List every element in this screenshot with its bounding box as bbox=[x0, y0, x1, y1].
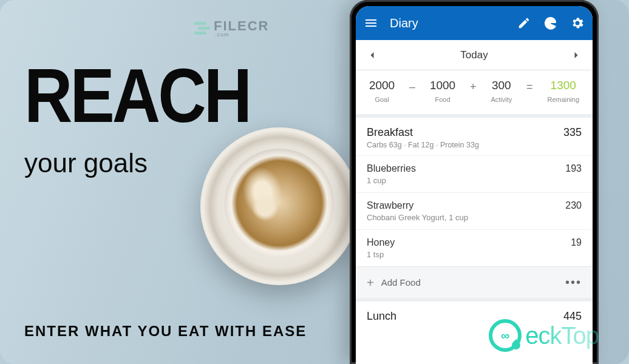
next-day-icon[interactable] bbox=[570, 49, 583, 62]
food-item[interactable]: Strawberry Chobani Greek Yogurt, 1 cup 2… bbox=[356, 192, 593, 229]
plus-icon: + bbox=[367, 277, 374, 289]
stat-activity-value: 300 bbox=[492, 79, 511, 92]
food-calories: 193 bbox=[565, 163, 582, 174]
food-serving: 1 cup bbox=[367, 176, 416, 185]
stat-remaining-label: Remaining bbox=[547, 96, 579, 103]
food-name: Blueberries bbox=[367, 163, 416, 174]
meal-calories: 335 bbox=[563, 126, 582, 139]
stat-food-label: Food bbox=[435, 96, 450, 103]
app-bar: Diary bbox=[356, 6, 593, 40]
promo-tagline: ENTER WHAT YOU EAT WITH EASE bbox=[24, 323, 307, 340]
add-food-row: + Add Food ••• bbox=[356, 266, 593, 302]
stat-goal-label: Goal bbox=[375, 96, 389, 103]
filecr-logo-icon bbox=[194, 22, 210, 35]
food-item[interactable]: Honey 1 tsp 19 bbox=[356, 229, 593, 266]
food-calories: 230 bbox=[565, 200, 582, 211]
food-item[interactable]: Blueberries 1 cup 193 bbox=[356, 155, 593, 192]
settings-icon[interactable] bbox=[570, 15, 585, 31]
stat-remaining: 1300 Remaining bbox=[547, 79, 579, 103]
watermark: ∞ eckTop bbox=[489, 319, 599, 352]
promo-headline: REACH bbox=[24, 62, 250, 128]
phone-screen: Diary Today 2000 Goal bbox=[356, 6, 593, 364]
stat-goal: 2000 Goal bbox=[369, 79, 395, 103]
stat-goal-value: 2000 bbox=[369, 79, 395, 92]
meal-name: Breakfast bbox=[367, 126, 479, 139]
appbar-title: Diary bbox=[390, 16, 505, 30]
food-name: Strawberry bbox=[367, 200, 468, 211]
food-serving: Chobani Greek Yogurt, 1 cup bbox=[367, 213, 468, 222]
stat-remaining-value: 1300 bbox=[551, 79, 576, 92]
prev-day-icon[interactable] bbox=[365, 49, 379, 62]
op-minus: – bbox=[409, 81, 415, 102]
watermark-icon: ∞ bbox=[489, 319, 522, 352]
op-plus: + bbox=[470, 81, 477, 102]
stat-food-value: 1000 bbox=[430, 79, 455, 92]
stat-food: 1000 Food bbox=[430, 79, 455, 103]
phone-frame: Diary Today 2000 Goal bbox=[350, 0, 599, 364]
watermark-text: eckTop bbox=[525, 322, 599, 349]
food-name: Honey bbox=[367, 237, 395, 248]
filecr-logo: FILECR .com bbox=[194, 18, 269, 38]
food-calories: 19 bbox=[571, 237, 582, 248]
date-navigator: Today bbox=[356, 40, 593, 70]
date-label[interactable]: Today bbox=[460, 49, 488, 61]
op-equals: = bbox=[526, 81, 533, 102]
coffee-image bbox=[200, 127, 358, 285]
edit-icon[interactable] bbox=[516, 15, 532, 31]
pie-chart-icon[interactable] bbox=[543, 15, 559, 31]
add-food-label: Add Food bbox=[381, 277, 421, 288]
meal-name: Lunch bbox=[367, 310, 396, 323]
menu-icon[interactable] bbox=[363, 15, 379, 31]
calorie-summary[interactable]: 2000 Goal – 1000 Food + 300 Activity = 1… bbox=[356, 70, 593, 118]
more-icon[interactable]: ••• bbox=[565, 275, 582, 289]
add-food-button[interactable]: + Add Food bbox=[367, 277, 421, 289]
stat-activity-label: Activity bbox=[491, 96, 512, 103]
food-serving: 1 tsp bbox=[367, 250, 395, 259]
stat-activity: 300 Activity bbox=[491, 79, 512, 103]
meal-macros: Carbs 63g · Fat 12g · Protein 33g bbox=[367, 141, 479, 149]
meal-header-breakfast[interactable]: Breakfast Carbs 63g · Fat 12g · Protein … bbox=[356, 118, 593, 155]
